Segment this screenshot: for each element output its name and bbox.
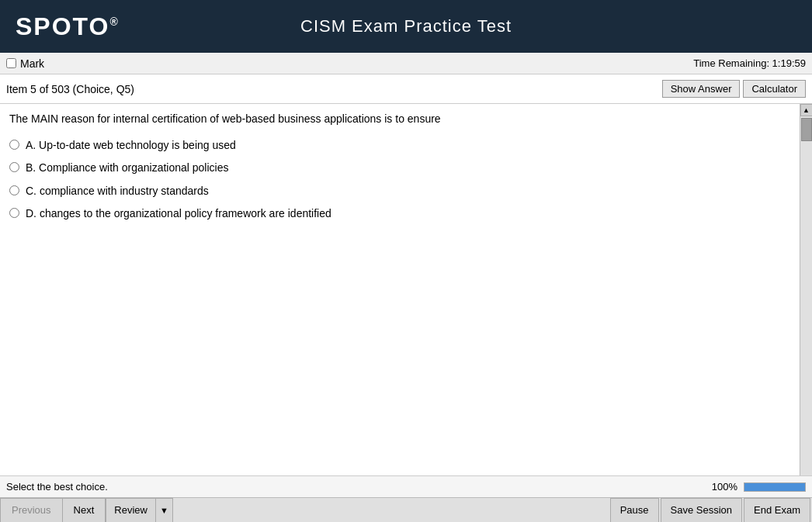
- answer-label-a[interactable]: A. Up-to-date web technology is being us…: [26, 138, 236, 154]
- progress-bar-fill: [744, 483, 805, 491]
- next-button[interactable]: Next: [62, 498, 106, 523]
- mark-left: Mark: [6, 57, 44, 70]
- item-bar: Item 5 of 503 (Choice, Q5) Show Answer C…: [0, 74, 812, 104]
- item-buttons: Show Answer Calculator: [662, 80, 806, 98]
- answer-radio-b[interactable]: [9, 162, 19, 172]
- answer-label-b[interactable]: B. Compliance with organizational polici…: [26, 161, 228, 176]
- app-logo: SPOTO®: [16, 12, 120, 41]
- mark-label[interactable]: Mark: [20, 57, 44, 70]
- review-button[interactable]: Review: [106, 498, 155, 523]
- progress-area: 100%: [712, 481, 806, 493]
- content-wrapper: The MAIN reason for internal certificati…: [0, 104, 812, 475]
- list-item: C. compliance with industry standards: [9, 184, 790, 199]
- calculator-button[interactable]: Calculator: [743, 80, 806, 98]
- save-session-button[interactable]: Save Session: [661, 498, 743, 523]
- list-item: B. Compliance with organizational polici…: [9, 161, 790, 176]
- content-area: The MAIN reason for internal certificati…: [0, 104, 800, 475]
- scroll-thumb[interactable]: [801, 118, 812, 141]
- left-nav-buttons: Previous Next Review ▼: [0, 498, 173, 523]
- question-text: The MAIN reason for internal certificati…: [9, 112, 790, 127]
- pause-button[interactable]: Pause: [610, 498, 659, 523]
- end-exam-button[interactable]: End Exam: [744, 498, 810, 523]
- answer-radio-c[interactable]: [9, 185, 19, 195]
- answer-radio-a[interactable]: [9, 140, 19, 150]
- mark-checkbox[interactable]: [6, 58, 16, 68]
- answer-label-c[interactable]: C. compliance with industry standards: [26, 184, 209, 199]
- status-bar: Select the best choice. 100%: [0, 475, 812, 497]
- progress-bar-container: [744, 482, 806, 492]
- mark-bar: Mark Time Remaining: 1:19:59: [0, 53, 812, 74]
- review-dropdown-button[interactable]: ▼: [155, 498, 173, 523]
- progress-pct: 100%: [712, 481, 737, 493]
- previous-button[interactable]: Previous: [0, 498, 62, 523]
- scroll-up-button[interactable]: ▲: [800, 104, 813, 116]
- review-button-group: Review ▼: [106, 498, 173, 523]
- logo-text: SPOTO: [16, 12, 109, 40]
- time-remaining: Time Remaining: 1:19:59: [693, 57, 806, 69]
- answer-label-d[interactable]: D. changes to the organizational policy …: [26, 206, 331, 222]
- right-nav-buttons: Pause Save Session End Exam: [610, 498, 812, 523]
- show-answer-button[interactable]: Show Answer: [662, 80, 741, 98]
- app-header: SPOTO® CISM Exam Practice Test: [0, 0, 812, 53]
- logo-sup: ®: [109, 16, 119, 28]
- options-container: A. Up-to-date web technology is being us…: [9, 138, 790, 222]
- answer-radio-d[interactable]: [9, 208, 19, 218]
- list-item: A. Up-to-date web technology is being us…: [9, 138, 790, 154]
- status-instruction: Select the best choice.: [6, 481, 108, 493]
- list-item: D. changes to the organizational policy …: [9, 206, 790, 222]
- app-title: CISM Exam Practice Test: [300, 16, 512, 36]
- scrollbar-track: ▲: [800, 104, 812, 475]
- bottom-nav: Previous Next Review ▼ Pause Save Sessio…: [0, 497, 812, 522]
- item-info: Item 5 of 503 (Choice, Q5): [6, 83, 134, 95]
